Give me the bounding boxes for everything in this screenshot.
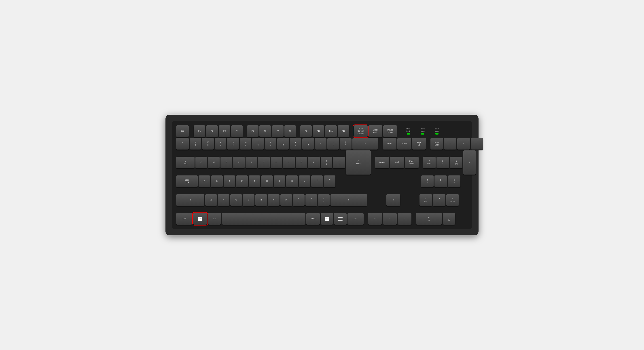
keyboard-key-84[interactable]: >.	[306, 194, 317, 206]
keyboard-key-53[interactable]: End	[390, 157, 404, 168]
keyboard-key-28[interactable]: +=	[327, 138, 339, 150]
keyboard-key-13[interactable]: PrintScreenSys Rq	[354, 125, 368, 137]
keyboard-key-29[interactable]: |\	[340, 138, 352, 150]
keyboard-key-2[interactable]: F2	[206, 125, 218, 137]
keyboard-key-98[interactable]	[334, 213, 346, 225]
keyboard-key-80[interactable]: B	[255, 194, 267, 206]
keyboard-key-10[interactable]: F10	[312, 125, 324, 137]
keyboard-key-68[interactable]: L	[299, 175, 310, 187]
keyboard-key-85[interactable]: ?/	[318, 194, 330, 206]
keyboard-key-97[interactable]	[321, 213, 333, 225]
keyboard-key-55[interactable]: 7Home	[423, 157, 436, 168]
keyboard-key-36[interactable]: *	[457, 138, 470, 150]
keyboard-key-58[interactable]: +	[463, 150, 476, 175]
keyboard-key-47[interactable]: O	[296, 157, 307, 168]
keyboard-key-51[interactable]: ↵Enter	[346, 150, 371, 175]
keyboard-key-0[interactable]: Esc	[176, 125, 189, 137]
keyboard-key-8[interactable]: F8	[284, 125, 296, 137]
keyboard-key-75[interactable]: ⇧	[176, 194, 204, 206]
keyboard-key-60[interactable]: A	[198, 175, 210, 187]
keyboard-key-63[interactable]: F	[236, 175, 248, 187]
keyboard-key-61[interactable]: S	[211, 175, 223, 187]
keyboard-key-27[interactable]: _-	[315, 138, 326, 150]
keyboard-key-34[interactable]: NumLock	[430, 138, 443, 150]
keyboard-key-21[interactable]: %5	[240, 138, 251, 150]
keyboard-key-16[interactable]: ~`	[176, 138, 189, 150]
keyboard-key-48[interactable]: P	[308, 157, 320, 168]
keyboard-key-26[interactable]: )0	[302, 138, 314, 150]
keyboard-key-103[interactable]: 0Ins	[416, 213, 442, 225]
keyboard-key-32[interactable]: Home	[397, 138, 411, 150]
keyboard-key-20[interactable]: $4	[227, 138, 239, 150]
keyboard-key-50[interactable]: }]	[333, 157, 345, 168]
keyboard-key-72[interactable]: 4←	[421, 175, 434, 187]
keyboard-key-40[interactable]: W	[208, 157, 220, 168]
keyboard-key-62[interactable]: D	[224, 175, 235, 187]
keyboard-key-86[interactable]: ⇧	[330, 194, 367, 206]
keyboard-key-44[interactable]: Y	[258, 157, 270, 168]
keyboard-key-3[interactable]: F3	[219, 125, 230, 137]
keyboard-key-70[interactable]: "'	[324, 175, 336, 187]
keyboard-key-54[interactable]: PageDown	[405, 157, 418, 168]
keyboard-key-67[interactable]: K	[286, 175, 298, 187]
keyboard-key-73[interactable]: 5—	[434, 175, 447, 187]
keyboard-key-93[interactable]	[193, 213, 207, 225]
keyboard-key-66[interactable]: J	[274, 175, 285, 187]
keyboard-key-11[interactable]: F11	[325, 125, 337, 137]
keyboard-key-83[interactable]: <,	[293, 194, 304, 206]
keyboard-key-101[interactable]: ↓	[383, 213, 397, 225]
keyboard-key-49[interactable]: {[	[321, 157, 332, 168]
keyboard-key-69[interactable]: :;	[311, 175, 323, 187]
keyboard-key-30[interactable]: ←	[352, 138, 378, 150]
keyboard-key-96[interactable]: Alt Gr	[306, 213, 320, 225]
keyboard-key-90[interactable]: 3Pg Dn	[446, 194, 459, 206]
keyboard-key-37[interactable]: -	[471, 138, 483, 150]
keyboard-key-64[interactable]: G	[249, 175, 260, 187]
keyboard-key-24[interactable]: *8	[277, 138, 289, 150]
keyboard-key-7[interactable]: F7	[272, 125, 284, 137]
keyboard-key-46[interactable]: I	[283, 157, 295, 168]
keyboard-key-95[interactable]	[222, 213, 306, 225]
keyboard-key-38[interactable]: ⇥Tab	[176, 157, 194, 168]
keyboard-key-79[interactable]: V	[243, 194, 254, 206]
keyboard-key-78[interactable]: C	[230, 194, 242, 206]
keyboard-key-42[interactable]: R	[233, 157, 245, 168]
keyboard-key-39[interactable]: Q	[196, 157, 207, 168]
keyboard-key-104[interactable]: .Del	[443, 213, 455, 225]
keyboard-key-14[interactable]: ScrollLock	[368, 125, 382, 137]
keyboard-key-88[interactable]: 1End	[420, 194, 432, 206]
keyboard-key-5[interactable]: F5	[247, 125, 258, 137]
keyboard-key-19[interactable]: #3	[215, 138, 226, 150]
keyboard-key-94[interactable]: Alt	[208, 213, 221, 225]
keyboard-key-22[interactable]: ^6	[252, 138, 264, 150]
keyboard-key-65[interactable]: H	[261, 175, 273, 187]
keyboard-key-81[interactable]: N	[268, 194, 280, 206]
keyboard-key-17[interactable]: !1	[190, 138, 201, 150]
keyboard-key-35[interactable]: /	[444, 138, 456, 150]
keyboard-key-18[interactable]: @2	[202, 138, 214, 150]
keyboard-key-12[interactable]: F12	[338, 125, 349, 137]
keyboard-key-87[interactable]: ↑	[386, 194, 400, 206]
keyboard-key-99[interactable]: Ctrl	[348, 213, 364, 225]
keyboard-key-52[interactable]: Delete	[375, 157, 389, 168]
keyboard-key-82[interactable]: M	[280, 194, 292, 206]
keyboard-key-74[interactable]: 6→	[448, 175, 460, 187]
keyboard-key-4[interactable]: F4	[231, 125, 243, 137]
keyboard-key-1[interactable]: F1	[194, 125, 205, 137]
keyboard-key-15[interactable]: PauseBreak	[383, 125, 397, 137]
keyboard-key-100[interactable]: ←	[368, 213, 382, 225]
keyboard-key-31[interactable]: Insert	[382, 138, 396, 150]
keyboard-key-92[interactable]: Ctrl	[176, 213, 192, 225]
keyboard-key-45[interactable]: U	[270, 157, 282, 168]
keyboard-key-6[interactable]: F6	[260, 125, 271, 137]
keyboard-key-76[interactable]: Z	[205, 194, 217, 206]
keyboard-key-23[interactable]: &7	[265, 138, 276, 150]
keyboard-key-33[interactable]: PageUp	[412, 138, 426, 150]
keyboard-key-59[interactable]: CapsLock	[176, 175, 198, 187]
keyboard-key-9[interactable]: F9	[300, 125, 312, 137]
keyboard-key-77[interactable]: X	[218, 194, 230, 206]
keyboard-key-41[interactable]: E	[220, 157, 232, 168]
keyboard-key-43[interactable]: T	[246, 157, 257, 168]
keyboard-key-25[interactable]: (9	[290, 138, 302, 150]
keyboard-key-57[interactable]: 9Pg Up	[450, 157, 462, 168]
